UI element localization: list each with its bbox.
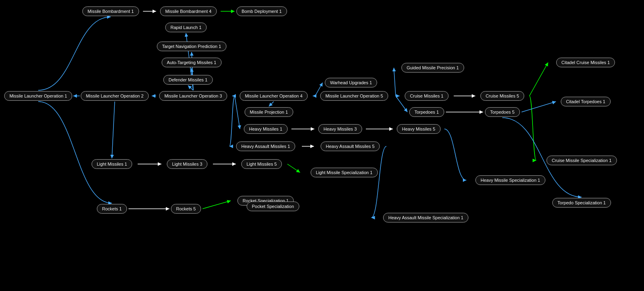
skill-node-ham5[interactable]: Heavy Assault Missiles 5 [320,141,380,151]
skill-tree: Missile Launcher Operation 1Missile Laun… [0,0,644,291]
skill-node-tp5[interactable]: Torpedoes 5 [485,107,520,117]
skill-node-hm1[interactable]: Heavy Missiles 1 [244,124,288,134]
skill-node-mlo3[interactable]: Missile Launcher Operation 3 [159,91,227,101]
skill-node-torpspec1[interactable]: Torpedo Specialization 1 [552,198,611,208]
skill-node-citcruise1[interactable]: Citadel Cruise Missiles 1 [556,58,615,67]
skill-node-lm1[interactable]: Light Missiles 1 [91,159,132,169]
skill-node-r5[interactable]: Rockets 5 [171,204,201,214]
skill-node-cm5[interactable]: Cruise Missiles 5 [480,91,524,101]
skill-node-lms1[interactable]: Light Missile Specialization 1 [311,168,378,177]
skill-node-wu1[interactable]: Warhead Upgrades 1 [325,78,377,87]
skill-node-tnp1[interactable]: Target Navigation Prediction 1 [157,42,227,51]
skill-node-ham1[interactable]: Heavy Assault Missiles 1 [236,141,295,151]
skill-node-rl1[interactable]: Rapid Launch 1 [165,23,206,32]
skill-node-mb1[interactable]: Missile Bombardment 1 [83,6,139,16]
skill-node-hms1[interactable]: Heavy Missile Specialization 1 [475,175,545,185]
skill-node-hm3[interactable]: Heavy Missiles 3 [318,124,362,134]
skill-node-mlo1[interactable]: Missile Launcher Operation 1 [4,91,72,101]
skill-node-r1[interactable]: Rockets 1 [97,204,127,214]
skill-node-tp1[interactable]: Torpedoes 1 [409,107,444,117]
skill-node-mlo2[interactable]: Missile Launcher Operation 2 [80,91,149,101]
skill-node-bd1[interactable]: Bomb Deployment 1 [236,6,287,16]
skill-node-hams1[interactable]: Heavy Assault Missile Specialization 1 [383,213,469,222]
skill-node-mp1[interactable]: Missile Projection 1 [245,107,293,117]
skill-node-lm3[interactable]: Light Missiles 3 [167,159,207,169]
skill-node-dm1[interactable]: Defender Missiles 1 [163,75,213,85]
skill-node-mlo5[interactable]: Missile Launcher Operation 5 [320,91,388,101]
skill-node-cms1[interactable]: Cruise Missile Specialization 1 [547,156,617,165]
skill-node-mb4[interactable]: Missile Bombardment 4 [160,6,217,16]
skill-node-pocketspec[interactable]: Pocket Specialization [247,202,299,211]
skill-node-gmp1[interactable]: Guided Missile Precision 1 [401,63,464,73]
skill-node-hm5[interactable]: Heavy Missiles 5 [397,124,441,134]
skill-node-mlo4[interactable]: Missile Launcher Operation 4 [239,91,308,101]
skill-node-cm1[interactable]: Cruise Missiles 1 [405,91,448,101]
skill-node-cittorp1[interactable]: Citadel Torpedoes 1 [561,97,611,106]
skill-node-atm1[interactable]: Auto-Targeting Missiles 1 [162,58,222,67]
skill-node-lm5[interactable]: Light Missiles 5 [241,159,282,169]
